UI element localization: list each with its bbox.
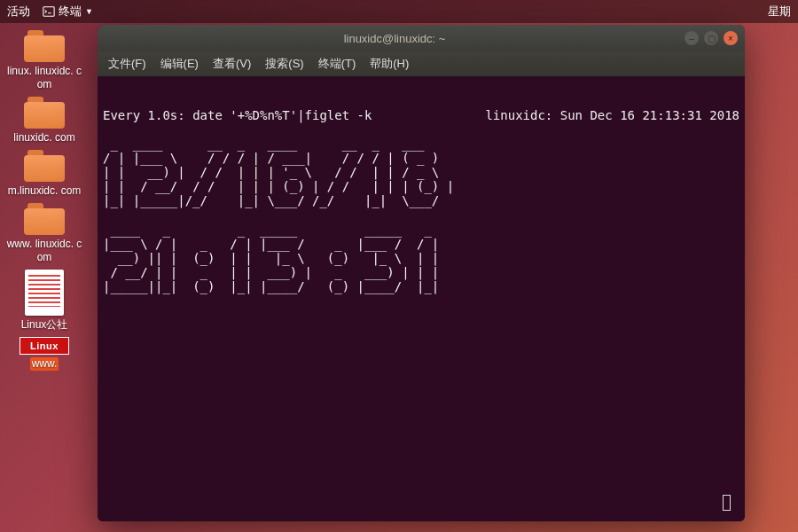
- desktop-icon-label: Linux公社: [21, 318, 68, 332]
- desktop-icon-label: linux. linuxidc. com: [4, 65, 84, 91]
- window-title: linuxidc@linuxidc: ~: [105, 32, 685, 45]
- watch-hostname-time: linuxidc: Sun Dec 16 21:13:31 2018: [485, 108, 739, 122]
- activities-button[interactable]: 活动: [7, 4, 30, 20]
- terminal-viewport[interactable]: Every 1.0s: date '+%D%n%T'|figlet -k lin…: [98, 76, 745, 521]
- clock-weekday[interactable]: 星期: [768, 4, 791, 20]
- desktop-file-linux-gongshe[interactable]: Linux公社: [4, 270, 84, 332]
- terminal-menubar: 文件(F) 编辑(E) 查看(V) 搜索(S) 终端(T) 帮助(H): [98, 51, 745, 76]
- window-minimize-button[interactable]: –: [685, 31, 699, 45]
- desktop-folder-linuxidc[interactable]: linuxidc. com: [4, 97, 84, 145]
- menu-help[interactable]: 帮助(H): [364, 54, 414, 74]
- folder-icon: [24, 150, 65, 182]
- menu-view[interactable]: 查看(V): [207, 54, 256, 74]
- focused-app-indicator[interactable]: 终端 ▼: [43, 4, 93, 20]
- menu-search[interactable]: 搜索(S): [260, 54, 309, 74]
- terminal-scrollbar[interactable]: [734, 76, 743, 521]
- watch-status-line: Every 1.0s: date '+%D%n%T'|figlet -k lin…: [103, 108, 739, 122]
- terminal-window: linuxidc@linuxidc: ~ – ▢ × 文件(F) 编辑(E) 查…: [98, 25, 745, 521]
- desktop-icon-label: linuxidc. com: [13, 131, 74, 145]
- figlet-output: _ ____ __ _ ____ __ _ ___ / | |___ \ / /…: [103, 137, 739, 293]
- terminal-icon: [43, 5, 55, 18]
- menu-terminal[interactable]: 终端(T): [313, 54, 362, 74]
- desktop-icon-label: www. linuxidc. com: [4, 238, 84, 264]
- svg-rect-0: [43, 7, 54, 17]
- desktop-icon-label: www.: [30, 357, 59, 371]
- folder-icon: [24, 30, 65, 62]
- desktop-folder-m-linuxidc[interactable]: m.linuxidc. com: [4, 150, 84, 198]
- folder-icon: [24, 203, 65, 235]
- document-icon: [25, 270, 64, 316]
- window-maximize-button[interactable]: ▢: [704, 31, 718, 45]
- linux-logo-icon: Linux: [20, 337, 69, 355]
- menu-edit[interactable]: 编辑(E): [155, 54, 204, 74]
- desktop-icon-label: m.linuxidc. com: [8, 184, 82, 198]
- desktop-folder-www-linuxidc[interactable]: www. linuxidc. com: [4, 203, 84, 264]
- chevron-down-icon: ▼: [85, 7, 93, 16]
- desktop-icon-grid: linux. linuxidc. com linuxidc. com m.lin…: [0, 23, 89, 371]
- folder-icon: [24, 97, 65, 129]
- focused-app-label: 终端: [59, 4, 82, 20]
- window-titlebar[interactable]: linuxidc@linuxidc: ~ – ▢ ×: [98, 25, 745, 51]
- terminal-cursor: [723, 495, 731, 511]
- gnome-topbar: 活动 终端 ▼ 星期: [0, 0, 798, 23]
- desktop-file-www-logo[interactable]: Linux www.: [4, 337, 84, 371]
- window-close-button[interactable]: ×: [724, 31, 738, 45]
- desktop-folder-linux-linuxidc[interactable]: linux. linuxidc. com: [4, 30, 84, 91]
- menu-file[interactable]: 文件(F): [103, 54, 152, 74]
- watch-command: Every 1.0s: date '+%D%n%T'|figlet -k: [103, 108, 372, 122]
